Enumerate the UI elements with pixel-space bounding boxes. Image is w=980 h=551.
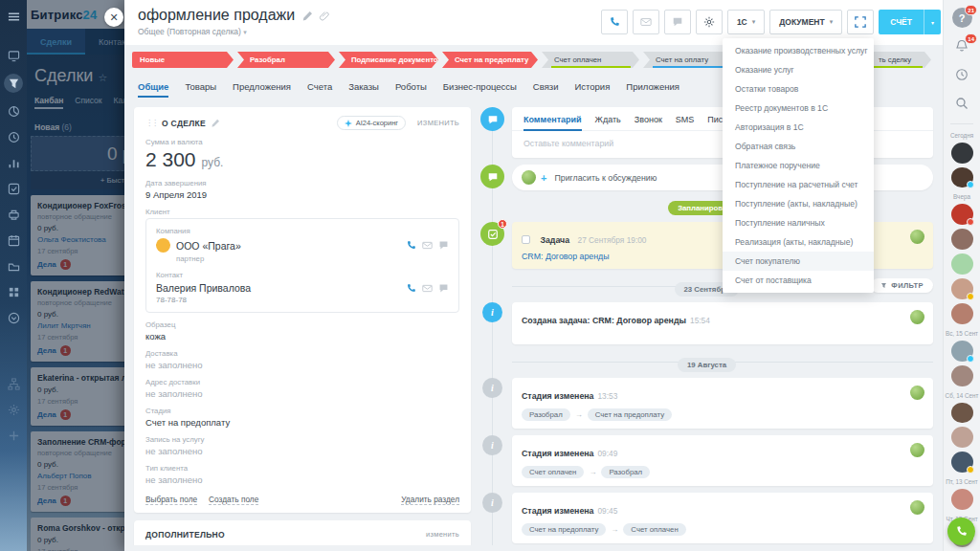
notifications-bell-button[interactable]: 14 <box>951 36 972 56</box>
avatar[interactable] <box>951 204 973 225</box>
tab-bizproc[interactable]: Бизнес-процессы <box>443 81 517 98</box>
history-button[interactable] <box>951 65 972 85</box>
tab-apps[interactable]: Приложения <box>626 81 679 98</box>
avatar[interactable] <box>951 452 973 473</box>
tab-quotes[interactable]: Предложения <box>233 81 291 98</box>
tasks-icon[interactable] <box>6 181 21 196</box>
tab-orders[interactable]: Заказы <box>348 81 379 98</box>
entry-card[interactable]: Стадия изменена09:45 Счет на предоплату→… <box>512 493 933 543</box>
add-icon[interactable] <box>6 428 21 443</box>
mail-icon[interactable] <box>422 283 433 294</box>
search-button[interactable] <box>951 94 972 114</box>
edit-link[interactable]: ИЗМЕНИТЬ <box>417 119 459 127</box>
close-icon[interactable]: ✕ <box>104 8 123 27</box>
avatar[interactable] <box>951 427 973 448</box>
avatar[interactable] <box>951 229 973 250</box>
structure-icon[interactable] <box>6 376 21 391</box>
invoice-button[interactable]: СЧЁТ▾ <box>879 10 941 34</box>
tab-robots[interactable]: Роботы <box>395 81 427 98</box>
menu-item[interactable]: Обратная связь <box>723 137 874 156</box>
contact-name-link[interactable]: Валерия Привалова <box>156 282 251 294</box>
menu-item[interactable]: Поступление наличных <box>723 213 874 232</box>
menu-item[interactable]: Оказание услуг <box>723 60 874 79</box>
edit-link[interactable]: изменить <box>426 530 459 540</box>
stage-pill[interactable]: Счет оплачен <box>542 52 639 68</box>
composer-tab-sms[interactable]: SMS <box>676 115 695 124</box>
menu-item[interactable]: Счет покупателю <box>723 252 874 271</box>
composer-tab-wait[interactable]: Ждать <box>595 115 621 124</box>
apps-icon[interactable] <box>6 284 21 299</box>
tab-products[interactable]: Товары <box>185 81 216 98</box>
edit-section-icon[interactable] <box>211 119 219 127</box>
more-icon[interactable] <box>6 310 21 325</box>
time-icon[interactable] <box>6 129 21 144</box>
menu-item[interactable]: Реализация (акты, накладные) <box>723 232 874 252</box>
drag-handle-icon[interactable]: ⋮⋮ <box>145 119 157 127</box>
field-service-booking[interactable]: Запись на услугуне заполнено <box>145 435 459 456</box>
avatar[interactable] <box>951 253 973 275</box>
avatar[interactable] <box>951 365 973 386</box>
document-dropdown-button[interactable]: ДОКУМЕНТ▾ <box>769 10 842 34</box>
call-fab-button[interactable] <box>947 518 975 545</box>
field-client-type[interactable]: Тип клиентане заполнено <box>145 464 459 485</box>
stage-pill[interactable]: Счет на предоплату <box>442 52 538 68</box>
avatar[interactable] <box>951 489 973 510</box>
menu-item[interactable]: Счет от поставщика <box>723 271 874 290</box>
tab-links[interactable]: Связи <box>533 81 559 98</box>
entry-card[interactable]: Стадия изменена09:49 Счет оплачен→Разобр… <box>512 435 933 486</box>
drive-icon[interactable] <box>6 258 21 274</box>
paperclip-icon[interactable] <box>319 11 329 21</box>
menu-item[interactable]: Реестр документов в 1С <box>723 99 874 118</box>
live-feed-icon[interactable] <box>6 48 21 63</box>
menu-item[interactable]: Авторизация в 1С <box>723 118 874 137</box>
menu-item[interactable]: Платежное поручение <box>723 156 874 175</box>
menu-item[interactable]: Поступление (акты, накладные) <box>723 194 874 213</box>
chat-icon[interactable] <box>438 240 449 251</box>
avatar[interactable] <box>951 403 973 424</box>
tab-history[interactable]: История <box>574 81 610 98</box>
mail-icon[interactable] <box>422 240 433 251</box>
ai-scoring-badge[interactable]: AI24-скоринг <box>337 116 406 130</box>
marketing-icon[interactable] <box>6 103 21 119</box>
settings-icon[interactable] <box>6 402 21 417</box>
composer-tab-call[interactable]: Звонок <box>635 115 662 124</box>
field-delivery-address[interactable]: Адрес доставкине заполнено <box>145 378 459 399</box>
entry-card[interactable]: Стадия изменена13:53 Разобрал→Счет на пр… <box>512 378 933 429</box>
mail-button[interactable] <box>633 10 659 34</box>
avatar[interactable] <box>951 303 973 324</box>
field-sum[interactable]: Сумма и валюта 2 300руб. <box>145 138 459 171</box>
fullscreen-button[interactable] <box>847 10 874 34</box>
field-delivery[interactable]: Доставкане заполнено <box>145 349 459 370</box>
avatar[interactable] <box>951 143 973 164</box>
avatar[interactable] <box>951 167 973 188</box>
1c-dropdown-button[interactable]: 1С▾ <box>727 10 765 34</box>
crm-funnel-icon[interactable] <box>4 74 23 93</box>
printer-icon[interactable] <box>6 207 21 222</box>
avatar[interactable] <box>951 278 973 299</box>
select-field-link[interactable]: Выбрать поле <box>145 495 197 505</box>
settings-button[interactable] <box>696 10 723 34</box>
task-checkbox[interactable] <box>522 235 530 244</box>
chat-icon[interactable] <box>438 283 449 294</box>
field-stage[interactable]: СтадияСчет на предоплату <box>145 407 459 428</box>
composer-tab-comment[interactable]: Комментарий <box>523 115 582 131</box>
reports-icon[interactable] <box>6 155 21 170</box>
tab-invoices[interactable]: Счета <box>307 81 332 98</box>
field-close-date[interactable]: Дата завершения 9 Апреля 2019 <box>145 179 459 200</box>
call-button[interactable] <box>601 10 628 34</box>
menu-item[interactable]: Поступление на расчетный счет <box>723 175 874 194</box>
chat-button[interactable] <box>664 10 691 34</box>
avatar[interactable] <box>951 341 973 362</box>
phone-icon[interactable] <box>406 240 416 251</box>
invoice-split-caret[interactable]: ▾ <box>924 10 941 34</box>
tab-general[interactable]: Общие <box>138 81 168 98</box>
stage-pill[interactable]: Новые <box>132 52 234 68</box>
edit-pencil-icon[interactable] <box>301 11 312 21</box>
delete-section-link[interactable]: Удалить раздел <box>401 495 459 505</box>
stage-pill[interactable]: Подписание документов <box>339 52 438 68</box>
stage-pill[interactable]: Разобрал <box>237 52 335 68</box>
help-button[interactable]: ?21 <box>951 8 972 28</box>
entry-card[interactable]: Создана задача: CRM: Договор аренды15:54 <box>512 302 933 344</box>
field-sample[interactable]: Образецкожа <box>145 320 459 342</box>
menu-item[interactable]: Оказание производственных услуг <box>723 41 874 60</box>
